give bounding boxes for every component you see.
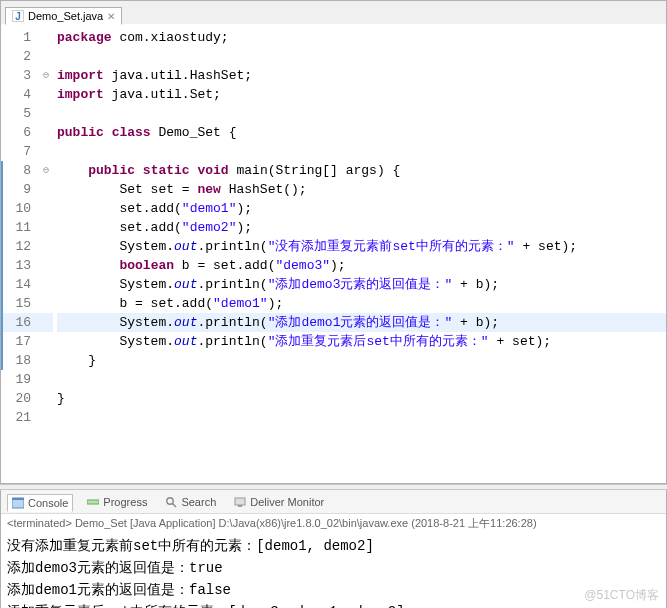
- fold-spacer: [39, 47, 53, 66]
- java-file-icon: J: [12, 10, 24, 22]
- code-line[interactable]: [57, 408, 666, 427]
- launch-name: Demo_Set [Java Application]: [75, 517, 216, 529]
- code-line[interactable]: }: [57, 351, 666, 370]
- editor-tab-bar: J Demo_Set.java ✕: [0, 0, 667, 24]
- code-line[interactable]: Set set = new HashSet();: [57, 180, 666, 199]
- code-line[interactable]: boolean b = set.add("demo3");: [57, 256, 666, 275]
- fold-spacer: [39, 180, 53, 199]
- code-line[interactable]: [57, 47, 666, 66]
- code-line[interactable]: public class Demo_Set {: [57, 123, 666, 142]
- code-line[interactable]: System.out.println("添加重复元素后set中所有的元素：" +…: [57, 332, 666, 351]
- fold-column[interactable]: ⊖⊖: [39, 24, 53, 431]
- line-number: 19: [1, 370, 39, 389]
- fold-spacer: [39, 275, 53, 294]
- code-line[interactable]: [57, 142, 666, 161]
- code-line[interactable]: System.out.println("没有添加重复元素前set中所有的元素："…: [57, 237, 666, 256]
- fold-spacer: [39, 85, 53, 104]
- tab-console-label: Console: [28, 497, 68, 509]
- code-editor[interactable]: 123456789101112131415161718192021 ⊖⊖ pac…: [0, 24, 667, 484]
- fold-spacer: [39, 313, 53, 332]
- line-number: 3: [1, 66, 39, 85]
- fold-spacer: [39, 370, 53, 389]
- fold-spacer: [39, 332, 53, 351]
- console-icon: [12, 497, 24, 509]
- tab-progress-label: Progress: [103, 496, 147, 508]
- fold-spacer: [39, 408, 53, 427]
- fold-toggle-icon[interactable]: ⊖: [39, 161, 53, 180]
- fold-spacer: [39, 218, 53, 237]
- tab-deliver-label: Deliver Monitor: [250, 496, 324, 508]
- tab-progress[interactable]: Progress: [83, 494, 151, 510]
- fold-spacer: [39, 389, 53, 408]
- fold-spacer: [39, 142, 53, 161]
- line-number: 18: [1, 351, 39, 370]
- tab-search-label: Search: [181, 496, 216, 508]
- code-line[interactable]: import java.util.HashSet;: [57, 66, 666, 85]
- close-icon[interactable]: ✕: [107, 11, 115, 22]
- code-line[interactable]: set.add("demo1");: [57, 199, 666, 218]
- tab-deliver-monitor[interactable]: Deliver Monitor: [230, 494, 328, 510]
- code-line[interactable]: System.out.println("添加demo1元素的返回值是：" + b…: [57, 313, 666, 332]
- editor-tab-filename: Demo_Set.java: [28, 10, 103, 22]
- source-code[interactable]: package com.xiaostudy; import java.util.…: [53, 24, 666, 431]
- svg-rect-2: [87, 500, 99, 504]
- line-number: 8: [1, 161, 39, 180]
- fold-spacer: [39, 104, 53, 123]
- editor-tab-active[interactable]: J Demo_Set.java ✕: [5, 7, 122, 25]
- line-number: 2: [1, 47, 39, 66]
- svg-line-4: [173, 503, 177, 507]
- line-number: 9: [1, 180, 39, 199]
- fold-spacer: [39, 199, 53, 218]
- code-line[interactable]: set.add("demo2");: [57, 218, 666, 237]
- svg-rect-5: [235, 498, 245, 505]
- search-icon: [165, 496, 177, 508]
- launch-status: <terminated>: [7, 517, 72, 529]
- code-line[interactable]: [57, 104, 666, 123]
- progress-icon: [87, 496, 99, 508]
- fold-toggle-icon[interactable]: ⊖: [39, 66, 53, 85]
- tab-console[interactable]: Console: [7, 494, 73, 512]
- line-number: 1: [1, 28, 39, 47]
- fold-spacer: [39, 237, 53, 256]
- fold-spacer: [39, 28, 53, 47]
- console-output[interactable]: 没有添加重复元素前set中所有的元素：[demo1, demo2]添加demo3…: [1, 533, 666, 608]
- svg-point-3: [167, 497, 173, 503]
- code-line[interactable]: System.out.println("添加demo3元素的返回值是：" + b…: [57, 275, 666, 294]
- line-number: 12: [1, 237, 39, 256]
- fold-spacer: [39, 294, 53, 313]
- code-line[interactable]: }: [57, 389, 666, 408]
- line-number: 16: [1, 313, 39, 332]
- code-line[interactable]: b = set.add("demo1");: [57, 294, 666, 313]
- line-number: 5: [1, 104, 39, 123]
- launch-info: <terminated> Demo_Set [Java Application]…: [1, 514, 666, 533]
- line-number: 11: [1, 218, 39, 237]
- code-line[interactable]: [57, 370, 666, 389]
- tab-search[interactable]: Search: [161, 494, 220, 510]
- line-number: 20: [1, 389, 39, 408]
- svg-rect-1: [12, 498, 24, 500]
- code-line[interactable]: import java.util.Set;: [57, 85, 666, 104]
- code-line[interactable]: package com.xiaostudy;: [57, 28, 666, 47]
- monitor-icon: [234, 496, 246, 508]
- line-number: 4: [1, 85, 39, 104]
- fold-spacer: [39, 123, 53, 142]
- console-line: 添加demo3元素的返回值是：true: [7, 557, 660, 579]
- fold-spacer: [39, 256, 53, 275]
- line-number: 6: [1, 123, 39, 142]
- console-line: 添加重复元素后set中所有的元素：[demo3, demo1, demo2]: [7, 601, 660, 608]
- launch-path: D:\Java(x86)\jre1.8.0_02\bin\javaw.exe: [219, 517, 409, 529]
- line-number: 13: [1, 256, 39, 275]
- line-number: 7: [1, 142, 39, 161]
- line-number-gutter: 123456789101112131415161718192021: [1, 24, 39, 431]
- console-line: 没有添加重复元素前set中所有的元素：[demo1, demo2]: [7, 535, 660, 557]
- svg-rect-6: [238, 505, 242, 507]
- launch-time: (2018-8-21 上午11:26:28): [411, 517, 536, 529]
- code-line[interactable]: public static void main(String[] args) {: [57, 161, 666, 180]
- line-number: 21: [1, 408, 39, 427]
- line-number: 14: [1, 275, 39, 294]
- line-number: 15: [1, 294, 39, 313]
- view-tabs: Console Progress Search Deliver Monitor: [1, 490, 666, 514]
- line-number: 10: [1, 199, 39, 218]
- line-number: 17: [1, 332, 39, 351]
- fold-spacer: [39, 351, 53, 370]
